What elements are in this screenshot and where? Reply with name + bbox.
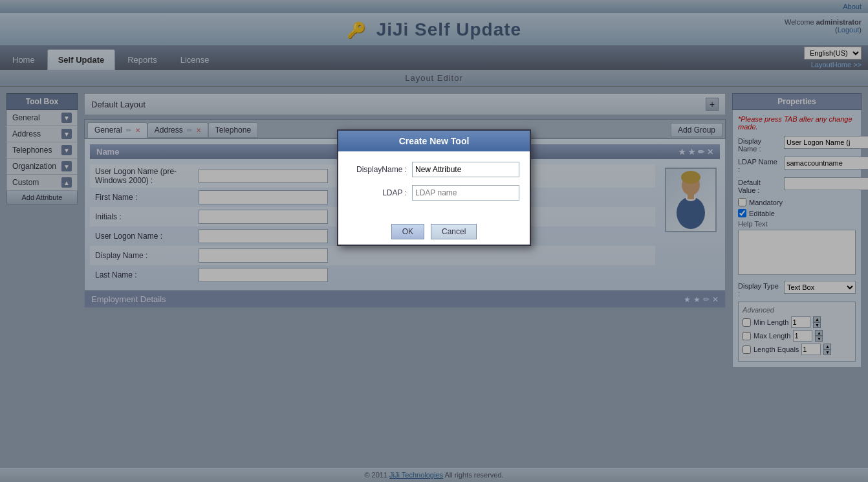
modal-footer: OK Cancel (338, 219, 530, 245)
modal-ok-btn[interactable]: OK (391, 224, 424, 239)
modal-body: DisplayName : LDAP : (338, 151, 530, 219)
modal-label-ldap: LDAP : (349, 188, 407, 197)
create-new-tool-dialog: Create New Tool DisplayName : LDAP : OK … (337, 129, 531, 246)
modal-input-display-name[interactable] (412, 162, 519, 177)
modal-overlay: Create New Tool DisplayName : LDAP : OK … (0, 0, 868, 482)
modal-label-display-name: DisplayName : (349, 165, 407, 174)
modal-cancel-btn[interactable]: Cancel (431, 224, 477, 239)
modal-row-ldap: LDAP : (349, 185, 519, 201)
modal-title-bar: Create New Tool (338, 131, 530, 151)
modal-input-ldap[interactable] (412, 185, 519, 201)
modal-row-display-name: DisplayName : (349, 162, 519, 177)
